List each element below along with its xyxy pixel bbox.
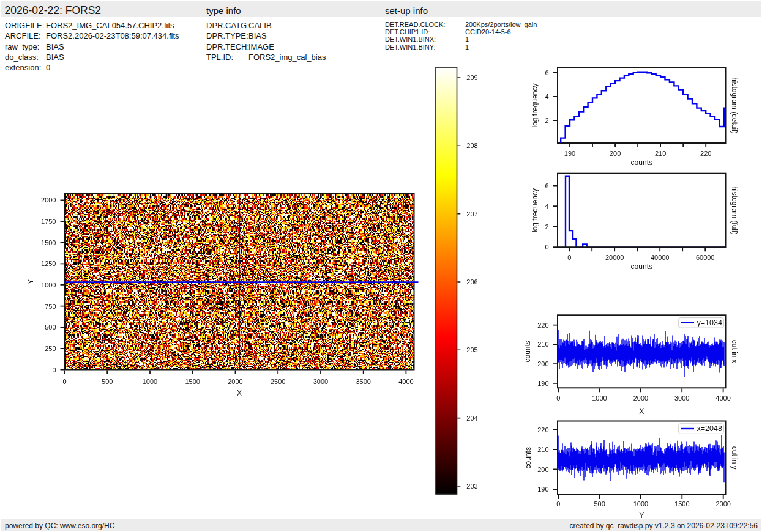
- svg-text:counts: counts: [631, 158, 652, 167]
- svg-text:0: 0: [567, 254, 571, 261]
- svg-text:3000: 3000: [674, 394, 689, 402]
- svg-text:counts: counts: [631, 262, 652, 271]
- svg-text:2000: 2000: [715, 500, 730, 508]
- svg-text:190: 190: [537, 486, 548, 493]
- svg-text:cut in x: cut in x: [730, 340, 739, 363]
- svg-text:210: 210: [537, 446, 548, 453]
- svg-text:1500: 1500: [674, 500, 689, 508]
- svg-text:206: 206: [466, 278, 477, 286]
- svg-text:1250: 1250: [41, 260, 56, 267]
- svg-text:190: 190: [537, 380, 548, 387]
- svg-text:counts: counts: [524, 447, 532, 468]
- svg-text:208: 208: [466, 142, 477, 149]
- svg-text:200: 200: [610, 150, 621, 157]
- svg-text:40000: 40000: [651, 254, 670, 261]
- svg-text:0: 0: [62, 378, 66, 385]
- svg-text:2: 2: [545, 117, 548, 124]
- svg-text:500: 500: [102, 378, 113, 385]
- svg-text:y=1034: y=1034: [697, 319, 722, 327]
- svg-text:20000: 20000: [605, 254, 624, 261]
- svg-text:0: 0: [545, 243, 548, 251]
- svg-text:6: 6: [545, 182, 548, 190]
- svg-text:500: 500: [45, 323, 56, 331]
- svg-text:1000: 1000: [592, 394, 607, 402]
- svg-text:203: 203: [466, 482, 477, 490]
- svg-text:205: 205: [466, 346, 477, 353]
- svg-text:0: 0: [556, 394, 560, 402]
- svg-text:2: 2: [545, 223, 548, 231]
- svg-text:190: 190: [564, 150, 575, 157]
- svg-text:6: 6: [545, 69, 548, 76]
- svg-text:log frequency: log frequency: [531, 83, 539, 127]
- svg-text:60000: 60000: [696, 254, 715, 261]
- svg-text:2000: 2000: [228, 378, 242, 385]
- svg-text:200: 200: [537, 360, 548, 368]
- svg-text:2000: 2000: [41, 196, 56, 204]
- svg-text:x=2048: x=2048: [697, 424, 722, 433]
- svg-text:cut in y: cut in y: [730, 446, 739, 470]
- svg-text:4000: 4000: [398, 378, 413, 385]
- svg-text:1500: 1500: [185, 378, 200, 385]
- svg-text:3500: 3500: [356, 378, 370, 385]
- svg-text:1000: 1000: [41, 281, 56, 289]
- svg-text:200: 200: [537, 466, 548, 473]
- svg-text:500: 500: [594, 500, 605, 508]
- svg-text:1500: 1500: [41, 239, 56, 246]
- svg-text:X: X: [639, 407, 644, 416]
- svg-text:220: 220: [537, 322, 548, 329]
- svg-text:2500: 2500: [271, 378, 285, 385]
- svg-text:Y: Y: [639, 511, 644, 520]
- svg-text:207: 207: [466, 210, 477, 218]
- svg-text:204: 204: [466, 415, 477, 422]
- svg-text:counts: counts: [524, 341, 532, 362]
- svg-text:1000: 1000: [143, 378, 157, 385]
- svg-text:histogram (detail): histogram (detail): [730, 77, 739, 134]
- svg-text:1750: 1750: [41, 218, 56, 225]
- svg-text:4000: 4000: [715, 394, 730, 402]
- svg-text:histogram (full): histogram (full): [730, 186, 739, 234]
- svg-text:220: 220: [700, 150, 711, 157]
- svg-text:4: 4: [545, 202, 548, 210]
- svg-text:250: 250: [45, 345, 56, 352]
- svg-text:X: X: [237, 389, 242, 397]
- svg-text:2000: 2000: [633, 394, 648, 402]
- svg-text:209: 209: [466, 74, 477, 81]
- svg-text:1000: 1000: [633, 500, 648, 508]
- svg-text:0: 0: [52, 366, 56, 374]
- svg-text:210: 210: [537, 341, 548, 348]
- svg-text:log frequency: log frequency: [531, 188, 539, 232]
- svg-text:3000: 3000: [313, 378, 328, 385]
- svg-text:750: 750: [45, 303, 56, 310]
- svg-text:210: 210: [655, 150, 666, 157]
- svg-text:4: 4: [545, 93, 548, 100]
- svg-text:220: 220: [537, 426, 548, 434]
- svg-text:Y: Y: [26, 279, 35, 284]
- svg-text:0: 0: [556, 500, 560, 508]
